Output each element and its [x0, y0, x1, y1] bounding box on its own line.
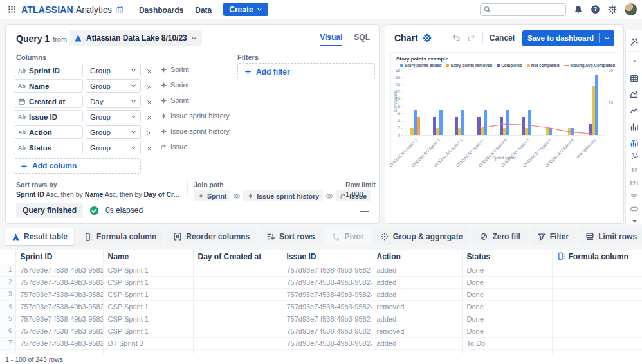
remove-column-button[interactable] [146, 96, 152, 108]
column-source: Issue sprint history [160, 127, 230, 135]
cancel-button[interactable]: Cancel [490, 33, 515, 42]
chart-type-single-value[interactable]: 12 [626, 167, 642, 174]
group-aggregate-button[interactable]: Group & aggregate [374, 228, 470, 245]
scroll-down[interactable] [626, 217, 642, 224]
cell-action: added [372, 313, 462, 325]
chart-type-combo[interactable] [626, 138, 642, 147]
tick-mark [401, 92, 403, 93]
chart-type-bullet[interactable] [626, 205, 642, 214]
chart-type-line[interactable] [626, 106, 642, 115]
cell-sprint_id: 757d93e7-f538-49b3-9582-aa41c... [15, 325, 103, 337]
issue-icon [160, 143, 167, 150]
undo-icon[interactable] [452, 33, 461, 42]
chart-type-scatter[interactable] [626, 152, 642, 161]
limit-rows-button[interactable]: Limit rows [579, 228, 642, 245]
app-switcher-icon[interactable] [8, 5, 16, 14]
tab-visual[interactable]: Visual [320, 33, 342, 46]
scroll-up[interactable] [626, 58, 642, 65]
chart-type-bar[interactable] [626, 122, 642, 131]
column-pill[interactable]: AbSprint ID [14, 64, 83, 77]
avatar[interactable] [625, 3, 637, 15]
sort-rows-button[interactable]: Sort rows [260, 228, 321, 245]
remove-column-button[interactable] [146, 127, 152, 139]
source-table-name: Sprint [170, 66, 189, 73]
column-pill[interactable]: Created at [14, 95, 83, 108]
remove-column-button[interactable] [146, 66, 152, 77]
chart-type-area[interactable] [626, 90, 642, 99]
result-table-button[interactable]: Result table [5, 228, 74, 245]
query-finished-button[interactable]: Query finished [16, 203, 83, 218]
cell-issue_id [282, 349, 372, 354]
column-name: Created at [29, 98, 65, 105]
chart-type-single-value-indicator[interactable]: 12+ [626, 180, 642, 187]
settings-icon[interactable] [608, 5, 617, 14]
nav-link-data[interactable]: Data [195, 6, 212, 15]
nav-link-dashboards[interactable]: Dashboards [139, 6, 183, 15]
y2-axis-tick: 10 [609, 100, 613, 105]
toolbar-button-label: Filter [550, 232, 569, 241]
cell-num: 7 [0, 337, 15, 349]
chart-type-funnel[interactable] [626, 192, 642, 201]
chevron-down-icon [131, 68, 136, 73]
divider [482, 33, 483, 43]
close-icon [146, 145, 152, 152]
cell-issue_id: 757d93e7-f538-49b3-9582-aa41c... [282, 337, 372, 349]
redo-icon[interactable] [467, 33, 476, 42]
y-axis-tick: 4 [391, 118, 400, 123]
column-pill[interactable]: AbStatus [14, 141, 83, 154]
chevron-down-icon [131, 145, 136, 150]
aggregation-select[interactable]: Group [86, 110, 141, 123]
cell-name: CSP Sprint 1 [103, 264, 193, 276]
chart-settings-icon[interactable] [423, 33, 432, 42]
sprint-icon [160, 128, 167, 135]
tick-mark [401, 70, 403, 71]
table-row: 2757d93e7-f538-49b3-9582-aa41c...CSP Spr… [0, 276, 642, 288]
aggregation-select[interactable]: Day [86, 95, 141, 108]
row-limit[interactable]: Row limit 1,000 [345, 181, 376, 198]
create-button[interactable]: Create [223, 3, 268, 16]
filter-button[interactable]: Filter [531, 228, 575, 245]
plus-icon [21, 163, 28, 170]
remove-column-button[interactable] [146, 143, 152, 154]
notifications-icon[interactable] [574, 5, 583, 14]
column-header-sprint_id: Sprint ID [15, 250, 103, 264]
remove-column-button[interactable] [146, 112, 152, 123]
aggregation-select[interactable]: Group [86, 141, 141, 154]
remove-column-button[interactable] [146, 81, 152, 93]
column-row: AbIssue IDGroupIssue sprint history [14, 110, 374, 123]
sort-rows-summary[interactable]: Sort rows by Sprint ID Asc, then by Name… [16, 181, 182, 198]
aggregation-value: Group [90, 67, 111, 75]
aggregation-select[interactable]: Group [86, 64, 141, 77]
search-input[interactable] [493, 5, 554, 14]
close-icon [146, 130, 152, 136]
column-pill[interactable]: AbAction [14, 125, 83, 139]
column-pill[interactable]: AbIssue ID [14, 110, 83, 123]
text-type-icon: Ab [18, 83, 26, 89]
reorder-columns-button[interactable]: Reorder columns [167, 228, 256, 245]
zero-fill-button[interactable]: Zero fill [473, 228, 526, 245]
save-to-dashboard-button[interactable]: Save to dashboard [522, 30, 614, 46]
column-pill[interactable]: AbName [14, 79, 83, 93]
wand-icon [630, 37, 639, 46]
cell-num: 6 [0, 325, 15, 337]
aggregation-select[interactable]: Group [86, 125, 141, 139]
datasource-selector[interactable]: Atlassian Data Lake 8/10/23 [69, 30, 202, 46]
source-table-name: Issue [170, 143, 187, 150]
query-meta-row: Sort rows by Sprint ID Asc, then by Name… [6, 177, 379, 199]
add-column-button[interactable]: Add column [14, 158, 141, 174]
table-row: 4757d93e7-f538-49b3-9582-aa41c...CSP Spr… [0, 300, 642, 313]
tick-mark [401, 84, 403, 85]
help-icon[interactable]: ? [591, 5, 600, 14]
chevron-down-icon [131, 83, 136, 89]
cell-formula [552, 337, 642, 349]
tab-sql[interactable]: SQL [354, 33, 370, 46]
formula-column-button[interactable]: Formula column [78, 228, 163, 245]
search-box[interactable] [480, 3, 566, 16]
legend-marker [564, 65, 569, 66]
chart-type-table[interactable] [626, 74, 642, 83]
aggregation-select[interactable]: Group [86, 79, 141, 93]
add-filter-button[interactable]: Add filter [237, 63, 375, 80]
visual-suggest[interactable] [626, 37, 642, 46]
chevron-down-icon [131, 98, 136, 104]
collapse-status-button[interactable]: — [360, 206, 369, 215]
